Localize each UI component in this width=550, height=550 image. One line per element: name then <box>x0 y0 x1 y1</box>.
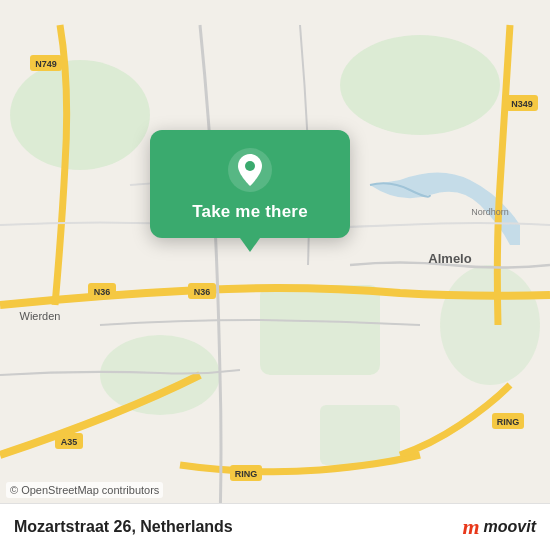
address-label: Mozartstraat 26, Netherlands <box>14 518 233 536</box>
svg-point-4 <box>100 335 220 415</box>
svg-point-5 <box>440 265 540 385</box>
svg-text:N749: N749 <box>35 59 57 69</box>
svg-text:Nordhorn: Nordhorn <box>471 207 509 217</box>
svg-text:N36: N36 <box>194 287 211 297</box>
svg-text:N36: N36 <box>94 287 111 297</box>
svg-rect-6 <box>320 405 400 465</box>
svg-text:RING: RING <box>497 417 520 427</box>
svg-rect-3 <box>260 285 380 375</box>
svg-text:RING: RING <box>235 469 258 479</box>
map-container: N36 N36 N749 N349 A35 RING RING Almelo <box>0 0 550 550</box>
moovit-text: moovit <box>484 518 536 536</box>
svg-point-2 <box>340 35 500 135</box>
moovit-logo: m moovit <box>462 514 536 540</box>
take-me-there-button[interactable]: Take me there <box>150 130 350 238</box>
moovit-m-icon: m <box>462 514 479 540</box>
popup-label: Take me there <box>192 202 308 222</box>
svg-text:Wierden: Wierden <box>20 310 61 322</box>
map-background: N36 N36 N749 N349 A35 RING RING Almelo <box>0 0 550 550</box>
svg-point-1 <box>10 60 150 170</box>
svg-text:Almelo: Almelo <box>428 251 471 266</box>
svg-text:A35: A35 <box>61 437 78 447</box>
svg-text:N349: N349 <box>511 99 533 109</box>
map-attribution: © OpenStreetMap contributors <box>6 482 163 498</box>
bottom-bar: Mozartstraat 26, Netherlands m moovit <box>0 503 550 550</box>
location-pin-icon <box>228 148 272 192</box>
svg-point-25 <box>245 161 255 171</box>
